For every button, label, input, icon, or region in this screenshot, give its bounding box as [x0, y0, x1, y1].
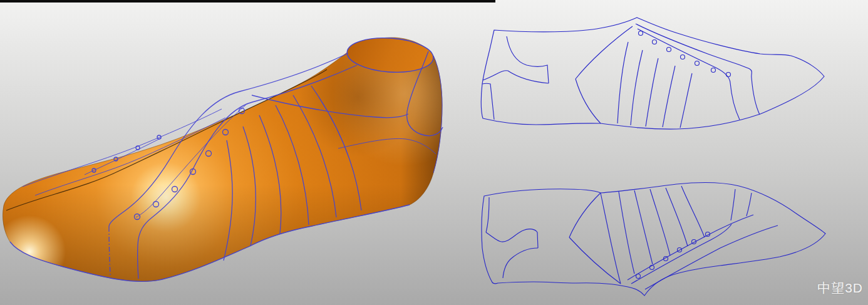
zw3d-screenshot: 中望3D [0, 0, 868, 305]
heel-strip-line [486, 197, 489, 232]
3d-viewport[interactable] [0, 0, 451, 305]
pattern-top [481, 18, 824, 129]
cad-scene [0, 0, 868, 305]
stripe-line [617, 42, 628, 123]
stripes [619, 186, 705, 274]
stripe-line [681, 186, 705, 237]
lace-holes [639, 31, 731, 77]
vamp-diagonal [576, 26, 633, 79]
toe-panel-line [731, 189, 735, 220]
2d-pattern-viewport[interactable] [481, 18, 825, 296]
stripe-line [619, 192, 634, 274]
stripe-line [680, 73, 692, 128]
stripe-line [650, 189, 670, 256]
pattern-outline [481, 18, 824, 129]
pattern-bottom [482, 183, 825, 296]
lace-line [631, 224, 731, 284]
lace-line [638, 29, 740, 120]
stripes [617, 42, 692, 128]
toe-panel-line [747, 193, 752, 216]
zw3d-watermark: 中望3D [817, 279, 863, 297]
vamp-line [576, 79, 601, 123]
lace-holes [636, 232, 710, 279]
heel-curve-lower [503, 248, 538, 278]
stripe-line [631, 50, 643, 125]
collar-line [645, 225, 778, 289]
heel-curve-lower [483, 71, 549, 83]
vamp-left [569, 193, 601, 237]
heel-curve-upper [507, 36, 549, 83]
vamp-line [569, 237, 621, 284]
stripe-line [666, 188, 688, 246]
heel-curve-upper [486, 229, 538, 248]
heel-strip-line [482, 83, 494, 120]
stripe-line [663, 66, 675, 127]
stripe-line [634, 190, 653, 264]
stripe-line [646, 58, 658, 127]
